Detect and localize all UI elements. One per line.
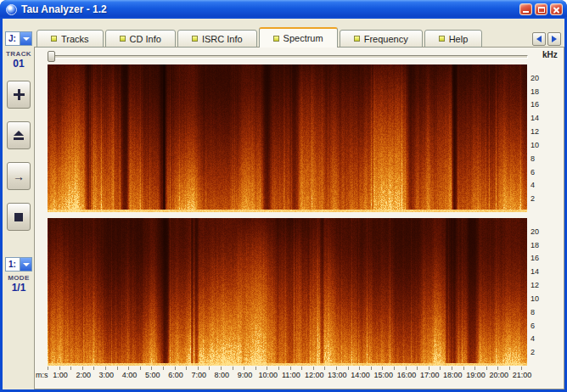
app-icon bbox=[6, 4, 17, 15]
time-tick-label: 21:00 bbox=[513, 371, 532, 379]
time-tick-label: 20:00 bbox=[489, 371, 508, 379]
tab-tracks[interactable]: Tracks bbox=[36, 30, 104, 48]
freq-tick-label: 18 bbox=[531, 87, 539, 96]
freq-axis-channel-2: 2018161412108642 bbox=[531, 218, 546, 366]
freq-axis-channel-1: 2018161412108642 bbox=[531, 64, 546, 212]
time-tick-label: 13:00 bbox=[328, 371, 347, 379]
tab-spectrum[interactable]: Spectrum bbox=[259, 27, 338, 48]
freq-tick-label: 20 bbox=[531, 227, 539, 236]
freq-tick-label: 2 bbox=[531, 348, 535, 356]
tab-label: CD Info bbox=[130, 34, 161, 44]
slider-track[interactable] bbox=[48, 55, 528, 59]
freq-tick-label: 12 bbox=[531, 127, 539, 136]
freq-tick-label: 16 bbox=[531, 100, 539, 109]
mode-select-value: 1: bbox=[6, 258, 20, 271]
spectrum-panel: kHz 2018161412108642 2018161412108642 m:… bbox=[34, 47, 564, 389]
mode-select[interactable]: 1: bbox=[5, 257, 32, 272]
tab-label: Help bbox=[449, 34, 469, 44]
time-tick-label: 10:00 bbox=[258, 371, 278, 379]
time-tick-label: 2:00 bbox=[76, 371, 91, 379]
time-tick-label: 15:00 bbox=[373, 371, 393, 379]
arrow-right-icon: → bbox=[13, 171, 25, 182]
time-tick-label: 5:00 bbox=[145, 371, 160, 379]
time-axis: m:s 1:002:003:004:005:006:007:008:009:00… bbox=[48, 371, 559, 380]
spectrogram-channel-2 bbox=[48, 218, 527, 366]
tab-scroll-right-button[interactable] bbox=[547, 32, 561, 46]
freq-tick-label: 20 bbox=[531, 74, 539, 82]
chevron-down-icon bbox=[20, 32, 31, 45]
minimize-button[interactable] bbox=[519, 3, 532, 15]
tab-scroll bbox=[532, 32, 561, 46]
drive-select-value: J: bbox=[6, 32, 20, 45]
tab-cd-info[interactable]: CD Info bbox=[105, 30, 176, 48]
app-window: Tau Analyzer - 1.2 J: TracksCD InfoISRC … bbox=[0, 0, 567, 392]
tab-scroll-left-button[interactable] bbox=[532, 32, 546, 46]
freq-tick-label: 2 bbox=[531, 194, 535, 203]
tab-label: ISRC Info bbox=[202, 34, 243, 44]
time-tick-label: 17:00 bbox=[420, 371, 440, 379]
maximize-icon bbox=[538, 7, 545, 13]
chevron-down-icon bbox=[20, 258, 31, 271]
tab-led-icon bbox=[51, 36, 57, 42]
tab-label: Tracks bbox=[61, 34, 89, 44]
tab-label: Frequency bbox=[364, 34, 408, 44]
freq-tick-label: 14 bbox=[531, 267, 539, 276]
client-area: J: TracksCD InfoISRC InfoSpectrumFrequen… bbox=[3, 19, 564, 389]
time-tick-label: 8:00 bbox=[215, 371, 230, 379]
tab-led-icon bbox=[120, 36, 126, 42]
arrow-left-icon bbox=[536, 36, 542, 42]
title-bar: Tau Analyzer - 1.2 bbox=[0, 0, 567, 19]
stop-button[interactable] bbox=[7, 203, 31, 231]
time-axis-unit: m:s bbox=[36, 371, 48, 379]
freq-tick-label: 6 bbox=[531, 322, 535, 330]
time-tick-label: 6:00 bbox=[168, 371, 183, 379]
tab-led-icon bbox=[439, 36, 445, 42]
tab-led-icon bbox=[273, 36, 279, 42]
freq-tick-label: 8 bbox=[531, 308, 535, 316]
skip-forward-button[interactable]: → bbox=[7, 162, 31, 190]
mode-label: MODE bbox=[3, 274, 35, 282]
track-number: 01 bbox=[3, 58, 35, 70]
tab-bar: TracksCD InfoISRC InfoSpectrumFrequencyH… bbox=[36, 30, 482, 48]
tab-label: Spectrum bbox=[284, 33, 323, 43]
freq-tick-label: 14 bbox=[531, 114, 539, 122]
time-tick-label: 16:00 bbox=[397, 371, 417, 379]
stop-icon bbox=[14, 213, 23, 221]
plus-button[interactable] bbox=[7, 81, 31, 109]
time-tick-label: 19:00 bbox=[466, 371, 486, 379]
maximize-button[interactable] bbox=[535, 3, 547, 15]
slider-thumb[interactable] bbox=[48, 51, 55, 62]
freq-tick-label: 6 bbox=[531, 168, 535, 176]
window-title: Tau Analyzer - 1.2 bbox=[21, 3, 519, 15]
window-controls bbox=[519, 3, 563, 15]
drive-select[interactable]: J: bbox=[5, 31, 32, 46]
track-label: TRACK bbox=[3, 50, 35, 58]
freq-tick-label: 16 bbox=[531, 254, 539, 262]
tab-help[interactable]: Help bbox=[424, 30, 483, 48]
plus-icon bbox=[14, 89, 25, 100]
time-axis-ticks bbox=[48, 367, 528, 370]
freq-tick-label: 10 bbox=[531, 141, 539, 149]
position-slider[interactable] bbox=[48, 50, 528, 62]
tab-led-icon bbox=[354, 36, 360, 42]
tab-frequency[interactable]: Frequency bbox=[340, 30, 423, 48]
time-tick-label: 12:00 bbox=[305, 371, 324, 379]
time-tick-label: 14:00 bbox=[351, 371, 370, 379]
freq-tick-label: 4 bbox=[531, 334, 535, 343]
time-tick-label: 7:00 bbox=[191, 371, 206, 379]
close-icon bbox=[553, 6, 560, 14]
time-tick-label: 9:00 bbox=[238, 371, 253, 379]
spectrogram-channel-1 bbox=[48, 64, 527, 212]
khz-unit-label: kHz bbox=[542, 50, 558, 59]
freq-tick-label: 10 bbox=[531, 294, 539, 303]
close-button[interactable] bbox=[550, 3, 563, 15]
time-tick-label: 18:00 bbox=[443, 371, 463, 379]
eject-button[interactable] bbox=[7, 121, 31, 149]
tab-isrc-info[interactable]: ISRC Info bbox=[177, 30, 257, 48]
freq-tick-label: 18 bbox=[531, 241, 539, 249]
freq-tick-label: 4 bbox=[531, 181, 535, 189]
arrow-right-icon bbox=[552, 36, 557, 42]
minimize-icon bbox=[523, 11, 529, 13]
mode-value: 1/1 bbox=[3, 282, 35, 294]
time-tick-label: 1:00 bbox=[53, 371, 68, 379]
